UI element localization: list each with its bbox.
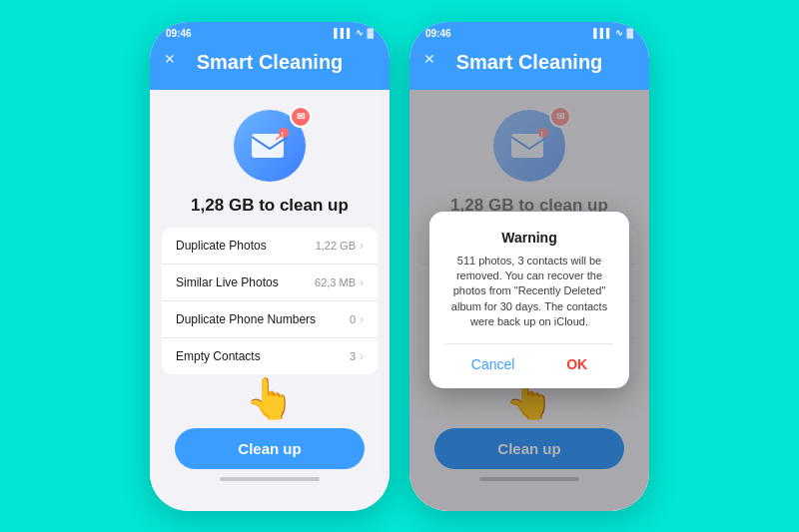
- list-item-duplicate-phone[interactable]: Duplicate Phone Numbers 0 ›: [162, 301, 378, 338]
- item-value-2: 0: [350, 313, 356, 325]
- time-right: 09:46: [425, 28, 451, 39]
- warning-dialog: Warning 511 photos, 3 contacts will be r…: [429, 212, 629, 389]
- item-right-1: 62,3 MB ›: [315, 275, 364, 289]
- modal-cancel-button[interactable]: Cancel: [459, 354, 527, 374]
- battery-icon-left: ▓: [367, 28, 374, 38]
- modal-title: Warning: [445, 230, 613, 246]
- time-left: 09:46: [166, 28, 192, 39]
- modal-text: 511 photos, 3 contacts will be removed. …: [445, 254, 613, 330]
- svg-text:!: !: [282, 130, 284, 137]
- svg-point-1: [279, 128, 289, 138]
- item-label-0: Duplicate Photos: [176, 239, 267, 253]
- modal-buttons: Cancel OK: [445, 343, 613, 374]
- item-right-0: 1,22 GB ›: [316, 239, 364, 253]
- header-right: ✕ Smart Cleaning: [409, 43, 649, 90]
- status-icons-right: ▌▌▌ ∿ ▓: [593, 28, 633, 38]
- chevron-icon-3: ›: [360, 349, 364, 363]
- home-indicator-left: [220, 477, 320, 481]
- status-bar-right: 09:46 ▌▌▌ ∿ ▓: [409, 22, 649, 43]
- close-button-left[interactable]: ✕: [164, 51, 176, 67]
- signal-icon-left: ▌▌▌: [334, 28, 353, 38]
- clean-up-button-left[interactable]: Clean up: [175, 428, 365, 469]
- signal-icon-right: ▌▌▌: [593, 28, 612, 38]
- chevron-icon-1: ›: [360, 275, 364, 289]
- button-area-left: 👆 Clean up: [150, 375, 390, 499]
- status-icons-left: ▌▌▌ ∿ ▓: [334, 28, 374, 38]
- modal-overlay: Warning 511 photos, 3 contacts will be r…: [409, 90, 649, 511]
- list-left: Duplicate Photos 1,22 GB › Similar Live …: [162, 228, 378, 374]
- phone-right: 09:46 ▌▌▌ ∿ ▓ ✕ Smart Cleaning !: [409, 22, 649, 511]
- badge-left: ✉: [290, 106, 312, 128]
- list-item-similar-photos[interactable]: Similar Live Photos 62,3 MB ›: [162, 265, 378, 301]
- modal-ok-button[interactable]: OK: [554, 354, 599, 374]
- chevron-icon-0: ›: [360, 239, 364, 253]
- content-right: ! ✉ 1,28 GB to clean up Dupl... › Simi..…: [409, 90, 649, 511]
- header-left: ✕ Smart Cleaning: [150, 43, 390, 90]
- wifi-icon-right: ∿: [615, 28, 623, 38]
- close-button-right[interactable]: ✕: [423, 51, 435, 67]
- hand-pointing-left: 👆: [245, 375, 295, 428]
- page-title-left: Smart Cleaning: [197, 51, 344, 74]
- item-right-2: 0 ›: [350, 312, 364, 326]
- battery-icon-right: ▓: [626, 28, 633, 38]
- wifi-icon-left: ∿: [356, 28, 364, 38]
- item-label-2: Duplicate Phone Numbers: [176, 312, 316, 326]
- page-title-right: Smart Cleaning: [456, 51, 603, 74]
- item-right-3: 3 ›: [350, 349, 364, 363]
- content-left: ! ✉ 1,28 GB to clean up Duplicate Photos…: [150, 90, 390, 511]
- list-item-duplicate-photos[interactable]: Duplicate Photos 1,22 GB ›: [162, 228, 378, 265]
- storage-text-left: 1,28 GB to clean up: [191, 196, 349, 216]
- item-label-1: Similar Live Photos: [176, 275, 279, 289]
- item-label-3: Empty Contacts: [176, 349, 261, 363]
- item-value-0: 1,22 GB: [316, 240, 356, 252]
- chevron-icon-2: ›: [360, 312, 364, 326]
- status-bar-left: 09:46 ▌▌▌ ∿ ▓: [150, 22, 390, 43]
- item-value-3: 3: [350, 350, 356, 362]
- app-icon-left: ! ✉: [230, 106, 310, 186]
- hand-icon-left: 👆: [245, 375, 295, 422]
- item-value-1: 62,3 MB: [315, 276, 356, 288]
- list-item-empty-contacts[interactable]: Empty Contacts 3 ›: [162, 338, 378, 374]
- phone-left: 09:46 ▌▌▌ ∿ ▓ ✕ Smart Cleaning !: [150, 22, 390, 511]
